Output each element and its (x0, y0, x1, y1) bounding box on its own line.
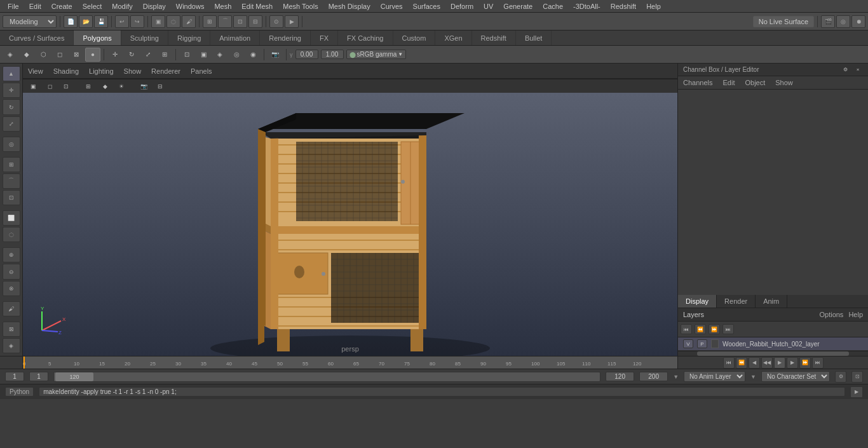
tab-fx[interactable]: FX (311, 31, 338, 45)
menu-uv[interactable]: UV (478, 1, 498, 11)
layer-visibility-v[interactable]: V (683, 339, 693, 348)
vp-icon1[interactable]: ▣ (25, 79, 41, 93)
snap-point-btn[interactable]: ⊡ (233, 15, 247, 28)
anim-layer-dropdown[interactable]: No Anim Layer (684, 371, 745, 382)
vp-grid[interactable]: ⊞ (81, 79, 96, 93)
rotate-tool-left-btn[interactable]: ↻ (3, 99, 20, 114)
layers-nav-first[interactable]: ⏮ (681, 324, 692, 334)
menu-redshift[interactable]: Redshift (606, 1, 641, 11)
open-file-btn[interactable]: 📂 (79, 15, 93, 28)
tab-sculpting[interactable]: Sculpting (121, 31, 168, 45)
menu-deform[interactable]: Deform (445, 1, 478, 11)
object-mode-btn[interactable]: ● (85, 48, 100, 62)
menu-3dttoall[interactable]: -3DtoAll- (568, 1, 606, 11)
frame-range-handle[interactable]: 120 (55, 372, 93, 381)
gamma-scale-field[interactable] (321, 50, 344, 59)
display-btn[interactable]: ◈ (212, 48, 227, 62)
paint-btn[interactable]: 🖌 (182, 15, 196, 28)
current-frame-field[interactable] (5, 372, 24, 381)
ipr-btn[interactable]: ◎ (836, 15, 850, 28)
maya-muscle-btn[interactable]: ◈ (3, 338, 20, 353)
render-btn[interactable]: ▶ (285, 15, 299, 28)
show-link[interactable]: Show (775, 79, 793, 86)
snap-to-point-btn[interactable]: ⊡ (3, 190, 20, 205)
snap-surface-btn[interactable]: ⊟ (248, 15, 262, 28)
tab-bullet[interactable]: Bullet (516, 31, 552, 45)
layers-nav-last[interactable]: ⏭ (722, 324, 734, 334)
camera-btn[interactable]: 📷 (268, 48, 283, 62)
select-tool-btn[interactable]: ▲ (3, 66, 20, 81)
channel-box-close[interactable]: × (853, 65, 863, 74)
step-fwd-btn[interactable]: ⏩ (799, 357, 811, 369)
scale-tool-btn[interactable]: ⤢ (140, 48, 156, 62)
snap-to-curve-btn[interactable]: ⌒ (3, 173, 20, 189)
menu-modify[interactable]: Modify (107, 1, 137, 11)
soft-select-btn[interactable]: ◎ (3, 137, 20, 152)
shading-menu[interactable]: Shading (53, 67, 79, 75)
vp-lights[interactable]: ☀ (114, 79, 129, 93)
tab-animation[interactable]: Animation (210, 31, 260, 45)
uvs-btn[interactable]: ⊠ (69, 48, 84, 62)
marquee-btn[interactable]: ⬜ (3, 210, 20, 226)
menu-windows[interactable]: Windows (171, 1, 210, 11)
render-settings-btn[interactable]: 🎬 (821, 15, 835, 28)
layers-nav-prev[interactable]: ⏪ (695, 324, 706, 334)
menu-surfaces[interactable]: Surfaces (408, 1, 445, 11)
merge-btn[interactable]: ⊗ (3, 281, 20, 296)
layers-help[interactable]: Help (848, 311, 863, 318)
no-live-surface[interactable]: No Live Surface (753, 16, 814, 27)
move-tool-left-btn[interactable]: ✛ (3, 83, 20, 98)
select-btn[interactable]: ▣ (151, 15, 165, 28)
layer-visibility-p[interactable]: P (697, 339, 707, 348)
timeline-ruler[interactable]: 0 5 10 15 20 25 30 35 40 45 50 55 60 65 … (23, 356, 677, 369)
undo-btn[interactable]: ↩ (115, 15, 129, 28)
color-space-selector[interactable]: ⬤ sRGB gamma ▼ (346, 50, 407, 59)
move-tool-btn[interactable]: ✛ (107, 48, 123, 62)
anim-end-field[interactable] (606, 372, 634, 381)
edge-btn[interactable]: ⬡ (36, 48, 51, 62)
python-run-btn[interactable]: ▶ (850, 386, 863, 398)
menu-cache[interactable]: Cache (538, 1, 568, 11)
channel-box-settings[interactable]: ⚙ (840, 65, 850, 74)
new-file-btn[interactable]: 📄 (64, 15, 78, 28)
lasso-tool-btn[interactable]: ◌ (3, 227, 20, 242)
save-file-btn[interactable]: 💾 (94, 15, 108, 28)
anim-settings-btn[interactable]: ⚙ (835, 371, 846, 383)
rewind-btn[interactable]: ⏮ (723, 357, 735, 369)
python-command-input[interactable] (39, 387, 845, 397)
layers-options[interactable]: Options (819, 311, 843, 318)
tab-polygons[interactable]: Polygons (74, 31, 121, 45)
tab-rigging[interactable]: Rigging (168, 31, 210, 45)
step-back-btn[interactable]: ⏪ (736, 357, 747, 369)
layers-nav-next[interactable]: ⏩ (709, 324, 720, 334)
quick-rig-btn[interactable]: ⊠ (3, 322, 20, 337)
renderer-menu[interactable]: Renderer (151, 67, 180, 75)
render-tab[interactable]: Render (717, 295, 756, 308)
show-menu[interactable]: Show (124, 67, 142, 75)
play-back-btn[interactable]: ◀◀ (761, 357, 773, 369)
history-btn[interactable]: ⊙ (269, 15, 283, 28)
vp-res[interactable]: ⊟ (153, 79, 168, 93)
vp-icon3[interactable]: ⊡ (58, 79, 74, 93)
character-set-dropdown[interactable]: No Character Set (761, 371, 830, 382)
frame-range-slider[interactable]: 120 (53, 372, 600, 382)
tab-rendering[interactable]: Rendering (260, 31, 311, 45)
lasso-btn[interactable]: ◌ (166, 15, 180, 28)
snap-to-grid-btn[interactable]: ⊞ (3, 157, 20, 172)
extrude-btn[interactable]: ⊕ (3, 247, 20, 262)
anim-tab[interactable]: Anim (756, 295, 787, 308)
layers-scrollbar[interactable] (678, 351, 868, 356)
menu-display[interactable]: Display (138, 1, 171, 11)
range-end-field[interactable] (639, 372, 668, 381)
edit-link[interactable]: Edit (722, 79, 735, 86)
workspace-dropdown[interactable]: Modeling Animation Rigging Rendering (3, 15, 57, 28)
scrollbar-thumb[interactable] (697, 351, 849, 356)
panels-menu[interactable]: Panels (191, 67, 212, 75)
select-mode-btn[interactable]: ◈ (3, 48, 18, 62)
tab-fx-caching[interactable]: FX Caching (338, 31, 393, 45)
lighting-menu[interactable]: Lighting (89, 67, 114, 75)
universal-tool-btn[interactable]: ⊞ (157, 48, 172, 62)
xray-btn[interactable]: ◎ (229, 48, 244, 62)
wireframe-btn[interactable]: ⊡ (179, 48, 194, 62)
paint-sel-btn[interactable]: 🖌 (3, 301, 20, 316)
